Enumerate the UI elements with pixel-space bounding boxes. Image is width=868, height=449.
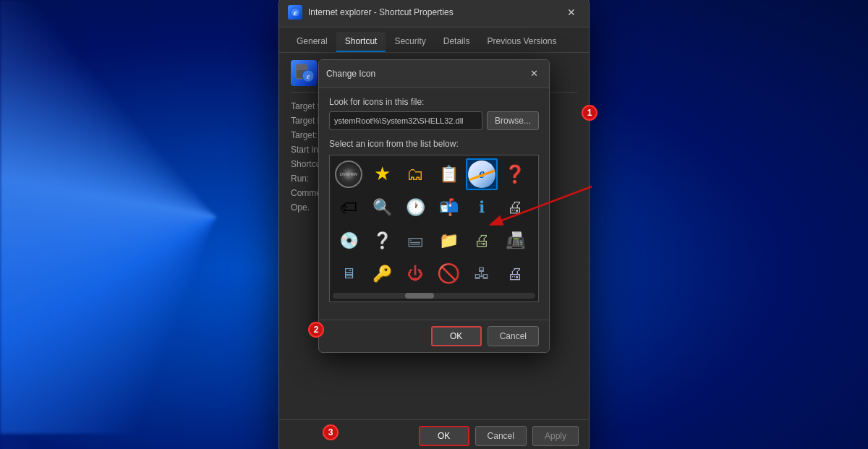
ci-icon-grid[interactable]: DVD-RW ★ 🗂 📋 e [329,155,539,302]
properties-title-text: Internet explorer - Shortcut Properties [308,7,563,17]
properties-ok-button[interactable]: OK [419,426,469,446]
change-icon-dialog: Change Icon ✕ Look for icons in this fil… [318,59,550,353]
properties-title-bar: e Internet explorer - Shortcut Propertie… [279,0,589,27]
dialog-backdrop: 1 e Internet explorer - Shortcut Propert… [0,0,868,449]
icon-folder2[interactable]: 📁 [433,225,464,257]
tab-previous-versions[interactable]: Previous Versions [478,32,565,52]
icon-sticky[interactable]: 🏷 [333,192,365,223]
tab-details[interactable]: Details [435,32,479,52]
properties-buttons: 3 OK Cancel Apply [279,419,589,450]
icon-user[interactable]: 👤 [532,225,539,257]
icon-cd[interactable]: 💿 [333,225,365,257]
icon-server[interactable]: 🖧 [466,258,498,290]
tab-security[interactable]: Security [386,32,434,52]
ci-icon-scrollbar[interactable] [333,293,535,299]
icon-block[interactable]: 🚫 [433,258,464,290]
icon-key[interactable]: 🔑 [366,258,398,290]
icon-magnify[interactable]: 🔍 [366,192,398,223]
icon-scan[interactable]: 🖨 [466,225,498,257]
icon-clock[interactable]: 🕐 [399,192,431,223]
properties-close-button[interactable]: ✕ [563,4,580,21]
ci-body: Look for icons in this file: Browse... S… [319,88,549,311]
icon-drive[interactable]: 🖴 [399,225,431,257]
icon-row-1: DVD-RW ★ 🗂 📋 e [333,158,535,190]
icon-folder[interactable]: 🗂 [399,158,431,190]
icon-help[interactable]: ❔ [366,225,398,257]
icon-row-4: 🖥 🔑 ⏻ 🚫 🖧 [333,258,535,290]
svg-rect-3 [296,64,307,70]
icon-printer[interactable]: 🖨 [499,192,531,223]
icon-row-3: 💿 ❔ 🖴 📁 🖨 [333,225,535,257]
prop-file-icon: e [291,60,317,86]
ci-file-input[interactable] [329,111,482,130]
icon-notepad[interactable]: 📋 [433,158,464,190]
ci-select-label: Select an icon from the list below: [329,139,539,149]
icon-network[interactable]: 🖥 [532,158,539,190]
icon-info[interactable]: ℹ [466,192,498,223]
svg-text:e: e [294,9,297,17]
icon-power[interactable]: ⏻ [399,258,431,290]
badge-2: 2 [308,322,324,338]
badge-1: 1 [582,105,597,121]
icon-network2[interactable]: 🔗 [532,192,539,223]
icon-row-2: 🏷 🔍 🕐 📬 ℹ [333,192,535,223]
properties-window: 1 e Internet explorer - Shortcut Propert… [278,0,590,449]
svg-text:e: e [307,72,310,80]
ci-title-text: Change Icon [326,69,526,79]
ci-file-row: Browse... [329,111,539,130]
ci-scrollbar-thumb[interactable] [405,293,434,299]
ci-close-button[interactable]: ✕ [526,66,542,82]
tab-shortcut[interactable]: Shortcut [336,32,386,52]
ci-ok-button[interactable]: OK [431,326,482,346]
icon-fax[interactable]: 🖨 [499,258,531,290]
icon-fax2[interactable]: 📠 [532,258,539,290]
icon-question[interactable]: ❓ [499,158,531,190]
properties-cancel-button[interactable]: Cancel [475,426,527,446]
ci-look-for-label: Look for icons in this file: [329,97,539,107]
icon-ie[interactable]: e [466,158,498,190]
ci-cancel-button[interactable]: Cancel [488,326,539,346]
properties-apply-button[interactable]: Apply [532,426,579,446]
properties-tabs: General Shortcut Security Details Previo… [279,27,589,53]
icon-star[interactable]: ★ [366,158,398,190]
ci-browse-button[interactable]: Browse... [487,111,539,130]
icon-scan2[interactable]: 📠 [499,225,531,257]
ci-buttons: 2 OK Cancel [319,320,549,352]
icon-terminal[interactable]: 🖥 [333,258,365,290]
properties-icon: e [288,5,302,20]
icon-address[interactable]: 📬 [433,192,464,223]
tab-general[interactable]: General [288,32,336,52]
badge-3: 3 [323,424,339,440]
ci-title-bar: Change Icon ✕ [319,60,549,88]
icon-dvdrw[interactable]: DVD-RW [333,158,365,190]
